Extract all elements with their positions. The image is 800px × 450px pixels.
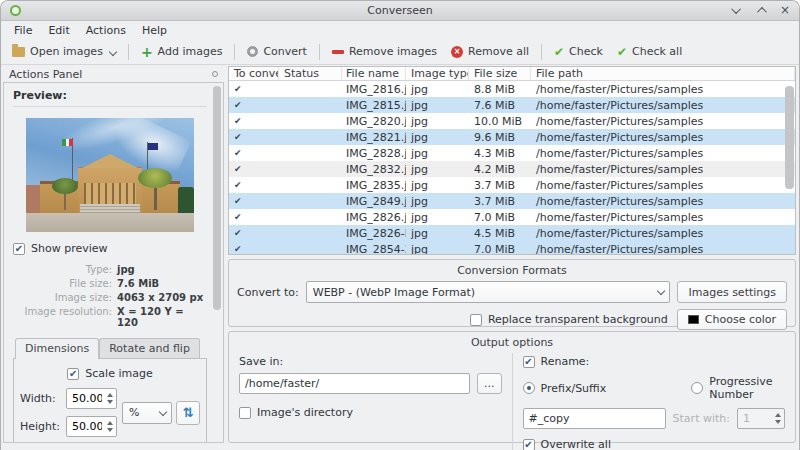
table-row[interactable]: ✔ IMG_2826-M... jpg 4.5 MiB /home/faster… [229,225,795,241]
row-check-icon[interactable]: ✔ [229,148,279,158]
column-file-path[interactable]: File path [531,67,795,80]
menu-file[interactable]: File [6,23,40,38]
table-row[interactable]: ✔ IMG_2828.jpg jpg 4.3 MiB /home/faster/… [229,145,795,161]
images-directory-checkbox-box[interactable] [239,407,251,419]
menubar: File Edit Actions Help [1,21,799,39]
row-image-type: jpg [406,227,469,240]
check-all-button[interactable]: ✔ Check all [610,42,689,61]
close-icon[interactable]: × [780,7,790,14]
row-file-path: /home/faster/Pictures/samples [531,99,795,112]
choose-color-button[interactable]: Choose color [677,309,787,330]
table-row[interactable]: ✔ IMG_2816.jpg jpg 8.8 MiB /home/faster/… [229,81,795,97]
info-type-value: jpg [117,264,205,275]
width-spinbox[interactable] [66,388,117,409]
row-file-path: /home/faster/Pictures/samples [531,195,795,208]
preview-label: Preview: [13,89,207,102]
show-preview-checkbox[interactable]: Show preview [13,242,207,255]
progressive-number-radio-button[interactable] [691,382,703,394]
table-row[interactable]: ✔ IMG_2826.jpg jpg 7.0 MiB /home/faster/… [229,209,795,225]
prefix-suffix-radio[interactable]: Prefix/Suffix [523,382,607,395]
table-row[interactable]: ✔ IMG_2854-2.j... jpg 7.0 MiB /home/fast… [229,241,795,255]
row-check-icon[interactable]: ✔ [229,180,279,190]
open-images-button[interactable]: Open images [5,42,123,61]
menu-actions[interactable]: Actions [78,23,134,38]
maximize-icon[interactable] [757,4,764,17]
rename-checkbox[interactable]: Rename: [523,355,786,368]
table-row[interactable]: ✔ IMG_2820.jpg jpg 10.0 MiB /home/faster… [229,113,795,129]
titlebar[interactable]: Converseen × [1,1,799,21]
overwrite-all-checkbox-box[interactable] [523,439,535,450]
row-check-icon[interactable]: ✔ [229,116,279,126]
remove-all-button[interactable]: × Remove all [444,42,536,61]
column-status[interactable]: Status [279,67,342,80]
table-row[interactable]: ✔ IMG_2835.jpg jpg 3.7 MiB /home/faster/… [229,177,795,193]
tab-rotate-and-flip[interactable]: Rotate and flip [99,338,200,359]
row-file-path: /home/faster/Pictures/samples [531,179,795,192]
table-row[interactable]: ✔ IMG_2849.jpg jpg 3.7 MiB /home/faster/… [229,193,795,209]
menu-edit[interactable]: Edit [40,23,77,38]
images-settings-button[interactable]: Images settings [677,281,787,303]
table-row[interactable]: ✔ IMG_2815.jpg jpg 7.6 MiB /home/faster/… [229,97,795,113]
format-combobox[interactable]: WEBP - (WebP Image Format) [306,281,671,303]
row-file-size: 4.3 MiB [469,147,531,160]
convert-button[interactable]: Convert [240,42,314,61]
float-panel-icon[interactable] [212,71,218,77]
row-check-icon[interactable]: ✔ [229,132,279,142]
browse-button[interactable]: ... [477,373,502,394]
row-file-name: IMG_2835.jpg [342,179,406,192]
images-directory-checkbox[interactable]: Image's directory [239,406,502,419]
show-preview-checkbox-box[interactable] [13,243,25,255]
row-check-icon[interactable]: ✔ [229,84,279,94]
row-check-icon[interactable]: ✔ [229,164,279,174]
output-options-group: Output options Save in: ... Image's dire… [228,331,796,443]
save-path-input[interactable] [239,373,470,394]
converseen-window: Converseen × File Edit Actions Help Open… [0,0,800,450]
row-image-type: jpg [406,99,469,112]
scale-image-checkbox-box[interactable] [67,368,79,380]
row-image-type: jpg [406,195,469,208]
rename-pattern-input[interactable] [523,408,666,429]
height-spinbox[interactable] [66,416,117,437]
row-image-type: jpg [406,147,469,160]
row-file-path: /home/faster/Pictures/samples [531,147,795,160]
conversion-formats-title: Conversion Formats [237,264,787,277]
table-row[interactable]: ✔ IMG_2821.jpg jpg 9.6 MiB /home/faster/… [229,129,795,145]
height-label: Height: [20,420,62,433]
progressive-number-radio[interactable]: Progressive Number [691,375,785,401]
prefix-suffix-radio-button[interactable] [523,382,535,394]
reset-dimensions-button[interactable]: ⇅ [176,401,200,425]
column-image-type[interactable]: Image type [406,67,469,80]
info-type-label: Type: [15,264,112,275]
replace-transparent-checkbox-box[interactable] [470,314,482,326]
remove-images-button[interactable]: Remove images [325,42,444,61]
row-file-name: IMG_2815.jpg [342,99,406,112]
unit-combobox[interactable]: % [122,402,172,424]
row-file-name: IMG_2816.jpg [342,83,406,96]
check-button[interactable]: ✔ Check [547,42,610,61]
height-spin-arrows-icon[interactable] [107,417,113,436]
rename-checkbox-box[interactable] [523,356,535,368]
add-images-button[interactable]: + Add images [134,42,230,61]
column-file-size[interactable]: File size [469,67,531,80]
menu-help[interactable]: Help [134,23,175,38]
row-image-type: jpg [406,179,469,192]
panel-scrollbar[interactable] [213,85,221,440]
row-check-icon[interactable]: ✔ [229,196,279,206]
table-row[interactable]: ✔ IMG_2832.jpg jpg 4.2 MiB /home/faster/… [229,161,795,177]
row-check-icon[interactable]: ✔ [229,228,279,238]
row-check-icon[interactable]: ✔ [229,100,279,110]
width-spin-arrows-icon[interactable] [107,389,113,408]
row-file-path: /home/faster/Pictures/samples [531,243,795,256]
start-with-spinbox[interactable] [737,408,785,429]
replace-transparent-checkbox[interactable]: Replace transparent background [470,313,668,326]
open-images-label: Open images [30,45,103,58]
row-check-icon[interactable]: ✔ [229,244,279,254]
column-to-convert[interactable]: To convert [229,67,279,80]
row-check-icon[interactable]: ✔ [229,212,279,222]
table-scrollbar[interactable] [785,86,794,252]
overwrite-all-checkbox[interactable]: Overwrite all [523,438,786,450]
minimize-icon[interactable] [734,4,741,17]
column-file-name[interactable]: File name [342,67,406,80]
tab-dimensions[interactable]: Dimensions [15,338,99,359]
scale-image-checkbox[interactable]: Scale image [20,367,200,380]
